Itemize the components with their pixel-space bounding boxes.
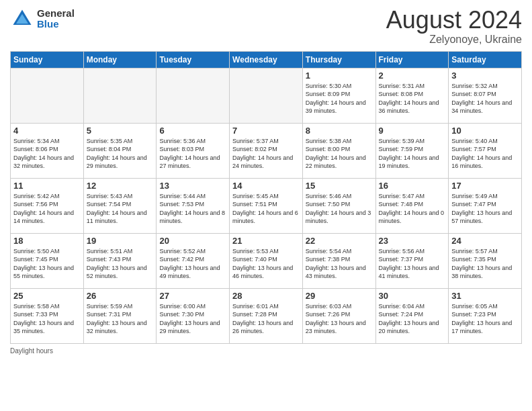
day-number: 9	[379, 126, 446, 136]
day-cell-4-1: 18Sunrise: 5:50 AMSunset: 7:45 PMDayligh…	[11, 233, 84, 288]
day-cell-3-7: 17Sunrise: 5:49 AMSunset: 7:47 PMDayligh…	[449, 178, 522, 233]
logo-text: General Blue	[37, 8, 75, 30]
day-cell-5-3: 27Sunrise: 6:00 AMSunset: 7:30 PMDayligh…	[157, 288, 230, 343]
day-number: 18	[13, 236, 81, 246]
logo: General Blue	[10, 7, 75, 31]
day-number: 31	[451, 291, 519, 301]
day-info: Sunrise: 5:51 AMSunset: 7:43 PMDaylight:…	[87, 247, 154, 281]
header: General Blue August 2024 Zelyonoye, Ukra…	[10, 7, 522, 46]
day-cell-5-2: 26Sunrise: 5:59 AMSunset: 7:31 PMDayligh…	[83, 288, 157, 343]
day-info: Sunrise: 6:03 AMSunset: 7:26 PMDaylight:…	[306, 302, 373, 336]
day-info: Sunrise: 5:36 AMSunset: 8:03 PMDaylight:…	[159, 137, 226, 171]
week-row-3: 11Sunrise: 5:42 AMSunset: 7:56 PMDayligh…	[11, 178, 522, 233]
page: General Blue August 2024 Zelyonoye, Ukra…	[0, 0, 532, 411]
day-cell-3-2: 12Sunrise: 5:43 AMSunset: 7:54 PMDayligh…	[83, 178, 157, 233]
week-row-5: 25Sunrise: 5:58 AMSunset: 7:33 PMDayligh…	[11, 288, 522, 343]
day-number: 29	[306, 291, 373, 301]
day-info: Sunrise: 5:53 AMSunset: 7:40 PMDaylight:…	[232, 247, 300, 281]
day-number: 4	[13, 126, 81, 136]
logo-blue-text: Blue	[37, 19, 75, 30]
day-info: Sunrise: 5:58 AMSunset: 7:33 PMDaylight:…	[13, 302, 81, 336]
day-cell-5-4: 28Sunrise: 6:01 AMSunset: 7:28 PMDayligh…	[230, 288, 303, 343]
col-tuesday: Tuesday	[157, 51, 230, 68]
day-number: 20	[159, 236, 226, 246]
day-cell-1-6: 2Sunrise: 5:31 AMSunset: 8:08 PMDaylight…	[375, 68, 449, 123]
logo-icon	[10, 7, 34, 31]
day-cell-2-1: 4Sunrise: 5:34 AMSunset: 8:06 PMDaylight…	[11, 123, 84, 178]
day-info: Sunrise: 5:47 AMSunset: 7:48 PMDaylight:…	[379, 192, 446, 226]
day-number: 5	[87, 126, 154, 136]
week-row-2: 4Sunrise: 5:34 AMSunset: 8:06 PMDaylight…	[11, 123, 522, 178]
day-cell-5-1: 25Sunrise: 5:58 AMSunset: 7:33 PMDayligh…	[11, 288, 84, 343]
day-info: Sunrise: 6:00 AMSunset: 7:30 PMDaylight:…	[159, 302, 226, 336]
day-number: 7	[232, 126, 300, 136]
day-number: 6	[159, 126, 226, 136]
day-cell-4-5: 22Sunrise: 5:54 AMSunset: 7:38 PMDayligh…	[302, 233, 375, 288]
day-number: 16	[379, 181, 446, 191]
day-info: Sunrise: 5:38 AMSunset: 8:00 PMDaylight:…	[306, 137, 373, 171]
day-info: Sunrise: 5:42 AMSunset: 7:56 PMDaylight:…	[13, 192, 81, 226]
day-cell-3-5: 15Sunrise: 5:46 AMSunset: 7:50 PMDayligh…	[302, 178, 375, 233]
calendar-header-row: Sunday Monday Tuesday Wednesday Thursday…	[11, 51, 522, 68]
col-saturday: Saturday	[449, 51, 522, 68]
day-cell-2-7: 10Sunrise: 5:40 AMSunset: 7:57 PMDayligh…	[449, 123, 522, 178]
day-cell-3-6: 16Sunrise: 5:47 AMSunset: 7:48 PMDayligh…	[375, 178, 449, 233]
day-info: Sunrise: 5:44 AMSunset: 7:53 PMDaylight:…	[159, 192, 226, 226]
day-number: 24	[451, 236, 519, 246]
day-info: Sunrise: 5:56 AMSunset: 7:37 PMDaylight:…	[379, 247, 446, 281]
day-cell-5-6: 30Sunrise: 6:04 AMSunset: 7:24 PMDayligh…	[375, 288, 449, 343]
day-info: Sunrise: 5:52 AMSunset: 7:42 PMDaylight:…	[159, 247, 226, 281]
title-block: August 2024 Zelyonoye, Ukraine	[386, 7, 522, 46]
day-number: 17	[451, 181, 519, 191]
month-year-title: August 2024	[386, 7, 522, 34]
col-friday: Friday	[375, 51, 449, 68]
col-sunday: Sunday	[11, 51, 84, 68]
day-number: 15	[306, 181, 373, 191]
day-info: Sunrise: 5:57 AMSunset: 7:35 PMDaylight:…	[451, 247, 519, 281]
day-cell-3-3: 13Sunrise: 5:44 AMSunset: 7:53 PMDayligh…	[157, 178, 230, 233]
day-number: 30	[379, 291, 446, 301]
day-info: Sunrise: 5:31 AMSunset: 8:08 PMDaylight:…	[379, 82, 446, 116]
day-cell-1-5: 1Sunrise: 5:30 AMSunset: 8:09 PMDaylight…	[302, 68, 375, 123]
col-monday: Monday	[83, 51, 157, 68]
day-cell-1-2	[83, 68, 157, 123]
day-number: 21	[232, 236, 300, 246]
day-cell-3-4: 14Sunrise: 5:45 AMSunset: 7:51 PMDayligh…	[230, 178, 303, 233]
day-cell-5-5: 29Sunrise: 6:03 AMSunset: 7:26 PMDayligh…	[302, 288, 375, 343]
day-number: 28	[232, 291, 300, 301]
day-cell-2-5: 8Sunrise: 5:38 AMSunset: 8:00 PMDaylight…	[302, 123, 375, 178]
day-cell-1-3	[157, 68, 230, 123]
footer-label: Daylight hours	[10, 347, 53, 355]
footer: Daylight hours	[10, 347, 522, 355]
calendar-table: Sunday Monday Tuesday Wednesday Thursday…	[10, 51, 522, 344]
day-info: Sunrise: 5:43 AMSunset: 7:54 PMDaylight:…	[87, 192, 154, 226]
day-info: Sunrise: 5:45 AMSunset: 7:51 PMDaylight:…	[232, 192, 300, 226]
day-info: Sunrise: 5:50 AMSunset: 7:45 PMDaylight:…	[13, 247, 81, 281]
day-info: Sunrise: 5:59 AMSunset: 7:31 PMDaylight:…	[87, 302, 154, 336]
day-number: 2	[379, 71, 446, 81]
day-info: Sunrise: 5:32 AMSunset: 8:07 PMDaylight:…	[451, 82, 519, 116]
day-cell-4-2: 19Sunrise: 5:51 AMSunset: 7:43 PMDayligh…	[83, 233, 157, 288]
day-info: Sunrise: 5:49 AMSunset: 7:47 PMDaylight:…	[451, 192, 519, 226]
day-info: Sunrise: 5:39 AMSunset: 7:59 PMDaylight:…	[379, 137, 446, 171]
day-number: 3	[451, 71, 519, 81]
day-number: 25	[13, 291, 81, 301]
week-row-4: 18Sunrise: 5:50 AMSunset: 7:45 PMDayligh…	[11, 233, 522, 288]
day-cell-4-6: 23Sunrise: 5:56 AMSunset: 7:37 PMDayligh…	[375, 233, 449, 288]
day-number: 19	[87, 236, 154, 246]
day-number: 11	[13, 181, 81, 191]
day-number: 14	[232, 181, 300, 191]
day-number: 27	[159, 291, 226, 301]
day-info: Sunrise: 5:34 AMSunset: 8:06 PMDaylight:…	[13, 137, 81, 171]
day-number: 22	[306, 236, 373, 246]
day-cell-4-4: 21Sunrise: 5:53 AMSunset: 7:40 PMDayligh…	[230, 233, 303, 288]
col-wednesday: Wednesday	[230, 51, 303, 68]
logo-general-text: General	[37, 8, 75, 19]
day-cell-1-4	[230, 68, 303, 123]
day-cell-4-7: 24Sunrise: 5:57 AMSunset: 7:35 PMDayligh…	[449, 233, 522, 288]
day-number: 23	[379, 236, 446, 246]
day-number: 10	[451, 126, 519, 136]
day-cell-2-2: 5Sunrise: 5:35 AMSunset: 8:04 PMDaylight…	[83, 123, 157, 178]
day-info: Sunrise: 5:30 AMSunset: 8:09 PMDaylight:…	[306, 82, 373, 116]
location-subtitle: Zelyonoye, Ukraine	[386, 34, 522, 46]
